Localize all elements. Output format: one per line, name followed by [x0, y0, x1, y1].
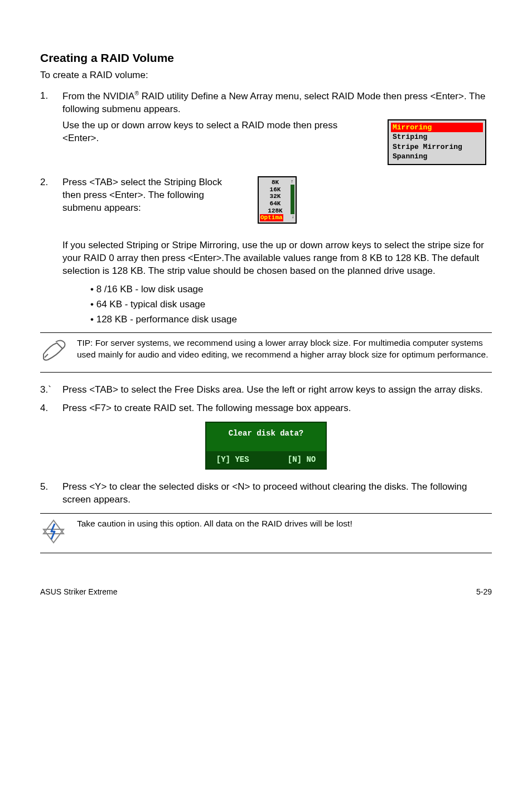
registered-mark: ®: [134, 90, 139, 96]
intro-text: To create a RAID volume:: [40, 69, 492, 82]
step-2-para-2: If you selected Striping or Stripe Mirro…: [62, 239, 492, 278]
step-1-para-1: From the NVIDIA® RAID utility Define a N…: [62, 90, 492, 116]
step-2: 2. Press <TAB> select the Striping Block…: [40, 176, 492, 278]
step-4: 4. Press <F7> to create RAID set. The fo…: [40, 402, 492, 415]
step-1-para-2: Use the up or down arrow keys to select …: [62, 119, 376, 145]
menu-item-selected: Optima: [260, 214, 283, 221]
bullet-list: • 8 /16 KB - low disk usage • 64 KB - ty…: [90, 283, 492, 326]
clear-disk-dialog: Clear disk data? [Y] YES [N] NO: [205, 422, 327, 470]
raid-mode-submenu: Mirroring Striping Stripe Mirroring Span…: [388, 119, 486, 165]
up-arrow-icon: ↑: [291, 179, 294, 185]
footer-right: 5-29: [476, 587, 492, 597]
tip-text: TIP: For server systems, we recommend us…: [77, 337, 492, 361]
step-2-para-1: Press <TAB> select the Striping Block th…: [62, 176, 230, 215]
dialog-title: Clear disk data?: [206, 423, 326, 451]
menu-item: 8K: [260, 179, 291, 186]
dialog-yes-option: [Y] YES: [216, 455, 249, 465]
down-arrow-icon: ↓: [292, 214, 294, 221]
tip-callout: TIP: For server systems, we recommend us…: [40, 332, 492, 373]
bullet-item: • 8 /16 KB - low disk usage: [90, 283, 492, 296]
lightning-warning-icon: [40, 518, 68, 548]
stripe-size-submenu: 8K 16K 32K 64K 128K ↑ Optima ↓: [258, 176, 297, 224]
step-5-text: Press <Y> to clear the selected disks or…: [62, 481, 492, 506]
bullet-item: • 128 KB - performance disk usage: [90, 313, 492, 326]
menu-item: Striping: [391, 132, 483, 142]
menu-item: 16K: [260, 186, 291, 194]
menu-item-selected: Mirroring: [391, 123, 483, 133]
menu-item: 128K: [260, 207, 291, 215]
menu-item: 64K: [260, 200, 291, 207]
menu-item: Stripe Mirroring: [391, 142, 483, 152]
step-number: 1.: [40, 90, 62, 103]
page-footer: ASUS Striker Extreme 5-29: [40, 587, 492, 597]
pencil-note-icon: [40, 337, 68, 368]
warning-callout: Take caution in using this option. All d…: [40, 513, 492, 553]
menu-item: Spanning: [391, 152, 483, 162]
footer-left: ASUS Striker Extreme: [40, 587, 117, 597]
step-3: 3.` Press <TAB> to select the Free Disks…: [40, 384, 492, 397]
text-fragment: From the NVIDIA: [62, 91, 134, 102]
step-number: 3.`: [40, 384, 62, 397]
warning-text: Take caution in using this option. All d…: [77, 518, 352, 530]
step-number: 5.: [40, 481, 62, 494]
scrollbar: [291, 185, 294, 214]
dialog-no-option: [N] NO: [288, 455, 316, 465]
bullet-item: • 64 KB - typical disk usage: [90, 298, 492, 311]
step-3-text: Press <TAB> to select the Free Disks are…: [62, 384, 492, 397]
step-number: 2.: [40, 176, 62, 189]
menu-item: 32K: [260, 193, 291, 200]
step-number: 4.: [40, 402, 62, 415]
step-1: 1. From the NVIDIA® RAID utility Define …: [40, 90, 492, 165]
section-heading: Creating a RAID Volume: [40, 50, 492, 66]
step-5: 5. Press <Y> to clear the selected disks…: [40, 481, 492, 506]
step-4-text: Press <F7> to create RAID set. The follo…: [62, 402, 492, 415]
